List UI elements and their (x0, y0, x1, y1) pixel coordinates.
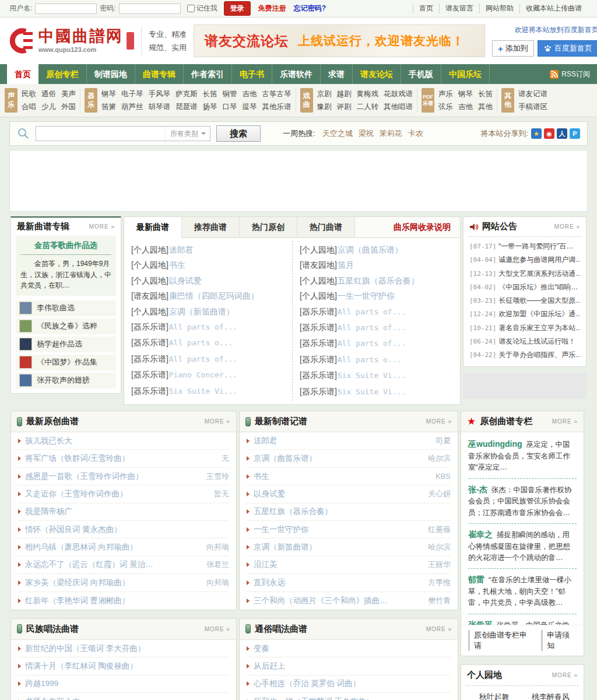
score-link[interactable]: 京调（新笛曲谱） (169, 307, 234, 316)
subnav-link[interactable]: 少儿 (41, 102, 56, 112)
hot-search-link[interactable]: 天空之城 (322, 128, 353, 139)
subnav-link[interactable]: 谱友记谱 (518, 89, 547, 99)
score-category-tag[interactable]: [器乐乐谱] (131, 386, 168, 396)
share-icon[interactable]: P (570, 128, 580, 139)
song-link[interactable]: 跨越1999 (25, 678, 224, 689)
subnav-link[interactable]: 手稿谱区 (518, 102, 547, 112)
nav-item[interactable]: 中国乐坛 (441, 64, 490, 84)
remember-checkbox[interactable] (187, 5, 195, 12)
subnav-link[interactable]: 民歌 (22, 89, 36, 99)
subnav-link[interactable]: 铜管 (223, 89, 237, 99)
score-category-tag[interactable]: [个人园地] (300, 291, 337, 300)
latest-notation-more-link[interactable]: MORE » (426, 418, 452, 425)
song-link[interactable]: 感恩是一首歌（王雪玲作词作曲） (25, 471, 202, 482)
subnav-link[interactable]: 吉他 (458, 102, 473, 112)
column-author-link[interactable]: 张学平 (468, 620, 493, 625)
song-link[interactable]: 将军广场（铁群词/王雪玲曲） (25, 453, 217, 464)
subnav-link[interactable]: 萨克斯 (175, 89, 198, 99)
score-link[interactable]: All parts of... (169, 323, 237, 331)
song-link[interactable]: 心手相连（乔治 莫罗伯 词曲） (254, 678, 446, 689)
song-link[interactable]: 情怀（孙国良词 黄永杰曲） (25, 524, 224, 535)
original-column-more-link[interactable]: MORE » (552, 418, 578, 425)
subnav-link[interactable]: 评剧 (337, 102, 352, 112)
column-apply-link[interactable]: 原创曲谱专栏申请 (468, 630, 533, 651)
column-author-link[interactable]: 张-杰 (468, 485, 487, 494)
album-link[interactable]: 《中国梦》作品集 (37, 357, 97, 368)
subnav-link[interactable]: 吉他 (243, 89, 257, 99)
announce-link[interactable]: 《中国乐坛》推出“唱响… (498, 283, 578, 291)
hot-search-link[interactable]: 茉莉花 (380, 128, 402, 139)
album-more-link[interactable]: MORE » (89, 223, 115, 230)
score-link[interactable]: 笛月 (338, 260, 354, 270)
baidu-home-button[interactable]: 百度新首页 (538, 40, 597, 57)
nav-item[interactable]: 乐谱软件 (272, 64, 321, 84)
username-input[interactable] (35, 4, 97, 14)
subnav-link[interactable]: 口琴 (223, 102, 237, 112)
album-item[interactable]: 张开歌声的翅膀 (16, 373, 116, 388)
column-author-link[interactable]: 巫wudingding (468, 439, 522, 449)
garden-link[interactable]: 秋叶起舞 (466, 686, 522, 700)
column-author-link[interactable]: 郁雷 (468, 575, 484, 584)
score-category-tag[interactable]: [器乐乐谱] (131, 354, 168, 363)
nav-item[interactable]: 原创专栏 (38, 64, 87, 84)
song-link[interactable]: 老师永在我心中 (25, 696, 224, 700)
score-link[interactable]: All parts o... (169, 338, 233, 347)
score-category-tag[interactable]: [器乐乐谱] (131, 338, 168, 347)
subnav-link[interactable]: 古筝古琴 (262, 89, 292, 99)
song-link[interactable]: 我和你一样（王世慧词 王冬梅曲） (254, 696, 446, 700)
column-author-link[interactable]: 崔幸之 (468, 530, 493, 539)
score-category-tag[interactable]: [器乐乐谱] (131, 322, 168, 331)
song-link[interactable]: 书生 (254, 471, 431, 482)
score-category-tag[interactable]: [器乐乐谱] (300, 338, 337, 348)
album-item[interactable]: 《中国梦》作品集 (16, 355, 116, 370)
subnav-link[interactable]: 花鼓戏谱 (384, 89, 413, 99)
song-link[interactable]: 新世纪的中国（王颂词 李大芬曲） (25, 643, 224, 654)
album-link[interactable]: 李伟歌曲选 (37, 303, 75, 313)
nav-item[interactable]: 谱友论坛 (353, 64, 401, 84)
subnav-link[interactable]: 京剧 (317, 89, 332, 99)
other-badge[interactable]: 其他 (501, 88, 514, 113)
song-link[interactable]: 三个和尚（动画片《三个和尚》插曲… (254, 596, 423, 606)
subnav-link[interactable]: 其他 (478, 102, 493, 112)
song-link[interactable]: 从后赶上 (254, 661, 446, 671)
song-link[interactable]: 变奏 (254, 643, 446, 654)
tab[interactable]: 热门曲谱 (297, 217, 355, 237)
score-link[interactable]: Six Suite Vi... (338, 387, 406, 396)
subnav-link[interactable]: 钢琴 (101, 89, 116, 99)
subnav-link[interactable]: 美声 (61, 89, 76, 99)
song-link[interactable]: 沿江美 (254, 559, 423, 570)
subnav-link[interactable]: 外国 (61, 102, 76, 112)
score-link[interactable]: All parts o... (338, 355, 402, 364)
announce-link[interactable]: “一带一路与爱同行”百… (498, 242, 573, 250)
latest-original-more-link[interactable]: MORE » (205, 418, 230, 425)
score-link[interactable]: All parts of... (338, 339, 406, 348)
score-link[interactable]: 五星红旗（器乐合奏） (338, 276, 419, 285)
score-link[interactable]: 书生 (169, 260, 185, 270)
song-link[interactable]: 京调（新笛曲谱） (254, 542, 423, 552)
song-link[interactable]: 直到永远 (254, 578, 423, 588)
garden-link[interactable]: 桃李醉春风 (522, 686, 579, 700)
subnav-link[interactable]: 通俗 (41, 89, 56, 99)
pop-more-link[interactable]: MORE » (426, 626, 452, 632)
forgot-password-link[interactable]: 忘记密码? (294, 4, 326, 13)
topbar-link[interactable]: 首页 (413, 4, 439, 13)
tab[interactable]: 最新曲谱 (124, 217, 182, 238)
opera-badge[interactable]: 戏曲 (300, 88, 313, 113)
nav-item[interactable]: 手机版 (401, 64, 441, 84)
column-rules-link[interactable]: 申请须知 (541, 630, 577, 651)
nav-item[interactable]: 曲谱专辑 (135, 64, 184, 84)
subnav-link[interactable]: 扬琴 (203, 102, 217, 112)
score-link[interactable]: Six Suite Vi... (169, 387, 237, 396)
subnav-link[interactable]: 胡琴谱 (149, 102, 171, 112)
subnav-link[interactable]: 琵琶谱 (175, 102, 198, 112)
announcement-more-link[interactable]: MORE » (554, 223, 580, 230)
score-link[interactable]: Six Suite Vi... (338, 371, 406, 380)
announce-link[interactable]: 大型文艺展演系列活动通… (498, 270, 580, 278)
password-input[interactable] (119, 4, 181, 14)
nav-item[interactable]: 求谱 (321, 64, 353, 84)
song-link[interactable]: 永远忘不了（迟云（红霞）词 景治… (25, 559, 202, 570)
announce-link[interactable]: 欢迎加盟《中国乐坛》通… (498, 310, 580, 318)
nav-item[interactable]: 作者索引 (184, 64, 232, 84)
subnav-link[interactable]: 电子琴 (121, 89, 143, 99)
personal-garden-more-link[interactable]: MORE » (552, 672, 578, 678)
